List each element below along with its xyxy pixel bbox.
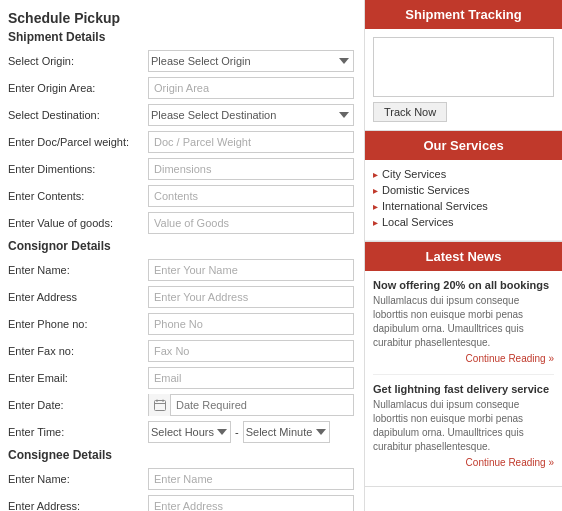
consignor-address-row: Enter Address (8, 286, 354, 308)
list-item: ▸ City Services (373, 168, 554, 180)
consignor-email-label: Enter Email: (8, 372, 148, 384)
consignor-phone-input[interactable] (148, 313, 354, 335)
date-row: Enter Date: (8, 394, 354, 416)
services-header: Our Services (365, 131, 562, 160)
select-origin-row: Select Origin: Please Select Origin (8, 50, 354, 72)
news-title-2: Get lightning fast delivery service (373, 383, 554, 395)
consignor-fax-label: Enter Fax no: (8, 345, 148, 357)
left-panel: Schedule Pickup Shipment Details Select … (0, 0, 365, 511)
service-label: City Services (382, 168, 446, 180)
main-container: Schedule Pickup Shipment Details Select … (0, 0, 562, 511)
dimensions-row: Enter Dimentions: (8, 158, 354, 180)
doc-weight-row: Enter Doc/Parcel weight: (8, 131, 354, 153)
contents-row: Enter Contents: (8, 185, 354, 207)
consignor-details-title: Consignor Details (8, 239, 354, 253)
shipment-tracking-section: Shipment Tracking Track Now (365, 0, 562, 131)
origin-area-input[interactable] (148, 77, 354, 99)
services-area: ▸ City Services ▸ Domistic Services ▸ In… (365, 160, 562, 241)
news-section: Latest News Now offering 20% on all book… (365, 242, 562, 487)
news-text-2: Nullamlacus dui ipsum conseque loborttis… (373, 398, 554, 454)
calendar-icon[interactable] (149, 394, 171, 416)
shipment-details-title: Shipment Details (8, 30, 354, 44)
value-goods-input[interactable] (148, 212, 354, 234)
bullet-icon: ▸ (373, 217, 378, 228)
list-item: ▸ Domistic Services (373, 184, 554, 196)
bullet-icon: ▸ (373, 185, 378, 196)
bullet-icon: ▸ (373, 169, 378, 180)
origin-area-label: Enter Origin Area: (8, 82, 148, 94)
contents-label: Enter Contents: (8, 190, 148, 202)
right-panel: Shipment Tracking Track Now Our Services… (365, 0, 562, 511)
date-label: Enter Date: (8, 399, 148, 411)
select-destination-row: Select Destination: Please Select Destin… (8, 104, 354, 126)
time-row: Enter Time: Select Hours - Select Minute (8, 421, 354, 443)
news-header: Latest News (365, 242, 562, 271)
news-title-1: Now offering 20% on all bookings (373, 279, 554, 291)
tracking-textarea[interactable] (373, 37, 554, 97)
consignee-details-title: Consignee Details (8, 448, 354, 462)
news-area: Now offering 20% on all bookings Nullaml… (365, 271, 562, 486)
contents-input[interactable] (148, 185, 354, 207)
dimensions-input[interactable] (148, 158, 354, 180)
consignee-address-input[interactable] (148, 495, 354, 511)
dimensions-label: Enter Dimentions: (8, 163, 148, 175)
bullet-icon: ▸ (373, 201, 378, 212)
services-section: Our Services ▸ City Services ▸ Domistic … (365, 131, 562, 242)
service-label: International Services (382, 200, 488, 212)
service-label: Local Services (382, 216, 454, 228)
value-goods-label: Enter Value of goods: (8, 217, 148, 229)
track-now-button[interactable]: Track Now (373, 102, 447, 122)
tracking-area: Track Now (365, 29, 562, 130)
news-item-1: Now offering 20% on all bookings Nullaml… (373, 279, 554, 364)
value-goods-row: Enter Value of goods: (8, 212, 354, 234)
consignee-address-row: Enter Address: (8, 495, 354, 511)
consignee-name-label: Enter Name: (8, 473, 148, 485)
list-item: ▸ International Services (373, 200, 554, 212)
news-link-2[interactable]: Continue Reading » (373, 457, 554, 468)
origin-area-row: Enter Origin Area: (8, 77, 354, 99)
consignor-fax-row: Enter Fax no: (8, 340, 354, 362)
service-label: Domistic Services (382, 184, 469, 196)
time-separator: - (235, 426, 239, 438)
consignor-email-input[interactable] (148, 367, 354, 389)
consignee-address-label: Enter Address: (8, 500, 148, 511)
select-origin-dropdown[interactable]: Please Select Origin (148, 50, 354, 72)
select-origin-label: Select Origin: (8, 55, 148, 67)
shipment-tracking-header: Shipment Tracking (365, 0, 562, 29)
consignee-name-row: Enter Name: (8, 468, 354, 490)
page-title: Schedule Pickup (8, 10, 354, 26)
date-input[interactable] (171, 395, 353, 415)
hours-select[interactable]: Select Hours (148, 421, 231, 443)
news-item-2: Get lightning fast delivery service Null… (373, 383, 554, 468)
consignor-name-label: Enter Name: (8, 264, 148, 276)
svg-rect-0 (154, 401, 165, 411)
consignee-name-input[interactable] (148, 468, 354, 490)
select-destination-dropdown[interactable]: Please Select Destination (148, 104, 354, 126)
minutes-select[interactable]: Select Minute (243, 421, 330, 443)
select-destination-label: Select Destination: (8, 109, 148, 121)
list-item: ▸ Local Services (373, 216, 554, 228)
time-label: Enter Time: (8, 426, 148, 438)
doc-weight-input[interactable] (148, 131, 354, 153)
consignor-address-input[interactable] (148, 286, 354, 308)
consignor-fax-input[interactable] (148, 340, 354, 362)
date-input-wrapper (148, 394, 354, 416)
consignor-phone-label: Enter Phone no: (8, 318, 148, 330)
time-selects: Select Hours - Select Minute (148, 421, 354, 443)
doc-weight-label: Enter Doc/Parcel weight: (8, 136, 148, 148)
consignor-name-row: Enter Name: (8, 259, 354, 281)
consignor-address-label: Enter Address (8, 291, 148, 303)
consignor-name-input[interactable] (148, 259, 354, 281)
consignor-email-row: Enter Email: (8, 367, 354, 389)
news-link-1[interactable]: Continue Reading » (373, 353, 554, 364)
news-divider (373, 374, 554, 375)
consignor-phone-row: Enter Phone no: (8, 313, 354, 335)
news-text-1: Nullamlacus dui ipsum conseque loborttis… (373, 294, 554, 350)
